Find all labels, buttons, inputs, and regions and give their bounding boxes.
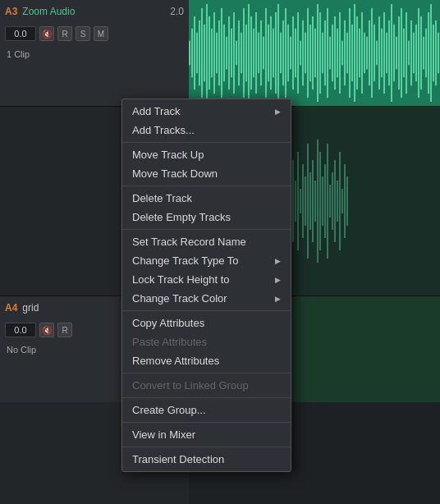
waveform-a3: Tr1 - L	[189, 0, 440, 107]
svg-rect-19	[233, 12, 235, 94]
menu-item-convert-linked-group[interactable]: Convert to Linked Group	[122, 376, 291, 395]
svg-rect-157	[319, 152, 321, 250]
svg-rect-163	[334, 160, 336, 242]
svg-rect-20	[236, 41, 237, 66]
svg-rect-28	[255, 12, 257, 94]
svg-rect-87	[401, 8, 402, 98]
svg-rect-3	[194, 16, 195, 89]
menu-item-transient-detection[interactable]: Transient Detection	[122, 450, 291, 469]
menu-item-create-group[interactable]: Create Group...	[122, 401, 291, 419]
track-strip-a3: A3 Zoom Audio 2.0 🔇 R S M 1 Clip	[0, 0, 189, 107]
svg-rect-4	[196, 33, 198, 74]
menu-item-view-in-mixer[interactable]: View in Mixer	[122, 425, 291, 444]
svg-rect-81	[386, 33, 387, 74]
menu-item-change-track-type[interactable]: Change Track Type To	[122, 251, 291, 270]
svg-rect-48	[305, 33, 306, 74]
svg-rect-160	[327, 144, 328, 259]
menu-item-move-track-up[interactable]: Move Track Up	[122, 145, 291, 164]
menu-separator-3	[122, 229, 291, 230]
menu-item-copy-attributes[interactable]: Copy Attributes	[122, 314, 291, 332]
svg-rect-27	[253, 29, 254, 78]
svg-rect-51	[312, 16, 314, 89]
svg-rect-21	[238, 21, 240, 85]
svg-rect-96	[423, 37, 424, 70]
svg-rect-42	[290, 37, 291, 70]
svg-rect-153	[309, 172, 311, 230]
svg-rect-52	[314, 29, 316, 78]
track-number-a3: 2.0	[170, 6, 184, 17]
svg-rect-24	[245, 25, 247, 81]
svg-rect-167	[344, 164, 346, 238]
track-mute-btn-a4[interactable]: 🔇	[39, 323, 54, 337]
menu-item-paste-attributes[interactable]: Paste Attributes	[122, 332, 291, 351]
svg-rect-72	[364, 33, 365, 74]
track-header-a3: A3 Zoom Audio 2.0	[0, 0, 189, 23]
menu-item-lock-track-height[interactable]: Lock Track Height to	[122, 270, 291, 289]
svg-rect-152	[307, 144, 309, 259]
svg-rect-35	[273, 29, 274, 78]
svg-rect-151	[305, 176, 306, 226]
svg-rect-17	[228, 16, 230, 89]
svg-rect-53	[317, 4, 319, 102]
svg-rect-32	[265, 8, 267, 98]
menu-item-set-track-record-name[interactable]: Set Track Record Name	[122, 232, 291, 251]
menu-item-change-track-color[interactable]: Change Track Color	[122, 289, 291, 308]
svg-rect-150	[302, 164, 304, 238]
svg-rect-33	[268, 25, 269, 81]
track-m-btn-a3[interactable]: M	[94, 26, 108, 41]
menu-item-add-track[interactable]: Add Track	[122, 102, 291, 121]
menu-item-move-track-down[interactable]: Move Track Down	[122, 164, 291, 183]
svg-rect-164	[337, 181, 338, 222]
svg-rect-40	[285, 8, 286, 98]
svg-rect-62	[339, 12, 341, 94]
svg-rect-92	[413, 33, 415, 74]
track-r-btn-a3[interactable]: R	[57, 26, 72, 41]
svg-rect-93	[415, 25, 417, 81]
svg-rect-70	[359, 29, 360, 78]
svg-rect-23	[243, 8, 245, 98]
svg-rect-154	[312, 160, 314, 242]
track-s-btn-a3[interactable]: S	[76, 26, 90, 41]
svg-rect-36	[275, 12, 277, 94]
menu-item-delete-track[interactable]: Delete Track	[122, 189, 291, 208]
svg-rect-54	[319, 12, 321, 94]
svg-rect-68	[354, 4, 355, 102]
svg-rect-73	[366, 37, 368, 70]
svg-rect-10	[211, 29, 213, 78]
svg-rect-43	[292, 16, 294, 89]
track-volume-a3[interactable]	[5, 26, 36, 41]
svg-rect-75	[371, 8, 373, 98]
menu-item-add-tracks[interactable]: Add Tracks...	[122, 121, 291, 140]
svg-rect-85	[396, 37, 397, 70]
track-volume-a4[interactable]	[5, 323, 36, 337]
svg-rect-168	[346, 176, 348, 226]
context-menu: Add Track Add Tracks... Move Track Up Mo…	[121, 99, 291, 472]
menu-separator-8	[122, 447, 291, 447]
svg-rect-78	[378, 16, 380, 89]
svg-rect-97	[425, 29, 427, 78]
track-r-btn-a4[interactable]: R	[57, 323, 72, 337]
svg-rect-102	[438, 33, 439, 74]
svg-rect-58	[329, 37, 331, 70]
svg-rect-30	[260, 21, 262, 85]
svg-rect-39	[282, 21, 284, 85]
svg-rect-147	[295, 181, 296, 222]
track-mute-btn-a3[interactable]: 🔇	[39, 26, 54, 41]
menu-item-delete-empty-tracks[interactable]: Delete Empty Tracks	[122, 208, 291, 227]
menu-item-remove-attributes[interactable]: Remove Attributes	[122, 351, 291, 370]
track-clip-count-a3: 1 Clip	[7, 49, 30, 59]
svg-rect-49	[307, 8, 309, 98]
svg-rect-64	[344, 21, 346, 85]
svg-rect-67	[351, 25, 353, 81]
svg-rect-155	[314, 181, 316, 222]
track-clip-label-a4: No Clip	[7, 345, 36, 355]
svg-rect-25	[248, 4, 250, 102]
track-id-a3: A3	[5, 6, 17, 17]
svg-rect-31	[263, 37, 264, 70]
svg-rect-82	[388, 21, 390, 85]
svg-rect-60	[334, 16, 336, 89]
svg-rect-161	[329, 185, 331, 218]
svg-rect-8	[206, 4, 208, 102]
menu-separator-2	[122, 186, 291, 186]
svg-rect-63	[341, 41, 343, 66]
